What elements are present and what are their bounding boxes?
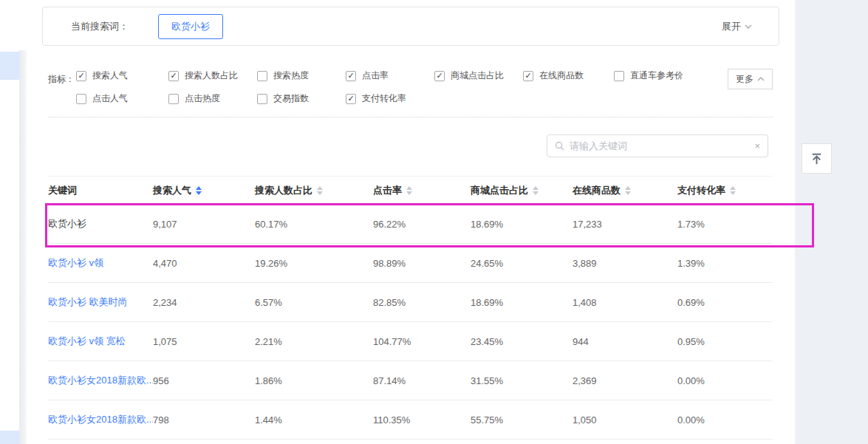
indicator-label: 点击人气 xyxy=(92,92,128,105)
indicator-checkbox-item[interactable]: ✓商城点击占比 xyxy=(434,69,523,82)
expand-toggle[interactable]: 展开 xyxy=(722,20,752,33)
indicator-checkbox-grid: ✓搜索人气✓搜索人数占比搜索热度✓点击率✓商城点击占比✓在线商品数直通车参考价点… xyxy=(76,69,726,105)
checkbox-unchecked-icon[interactable] xyxy=(614,71,624,81)
metric-cell: 2,369 xyxy=(573,375,677,386)
keyword-link[interactable]: 欧货小衫 v领 宽松 xyxy=(48,335,153,348)
indicator-checkbox-item[interactable]: 点击热度 xyxy=(168,92,257,105)
search-icon xyxy=(555,141,564,151)
checkbox-unchecked-icon[interactable] xyxy=(168,94,179,104)
metric-cell: 19.26% xyxy=(255,258,373,269)
checkbox-unchecked-icon[interactable] xyxy=(257,94,267,104)
column-header-label: 商城点击占比 xyxy=(471,184,528,197)
left-sidebar-highlight-bottom xyxy=(0,431,19,444)
metric-cell: 98.89% xyxy=(373,258,471,269)
indicator-label: 搜索人数占比 xyxy=(185,69,238,82)
column-header-metric[interactable]: 支付转化率 xyxy=(677,184,773,197)
keyword-link[interactable]: 欧货小衫 v领 xyxy=(48,256,153,270)
indicator-checkbox-item[interactable]: 点击人气 xyxy=(76,92,168,105)
metric-cell: 104.77% xyxy=(373,336,471,347)
metric-cell: 798 xyxy=(153,414,255,426)
metric-cell: 0.95% xyxy=(677,336,773,347)
metric-cell: 18.69% xyxy=(471,219,573,230)
sort-caret-icon[interactable] xyxy=(406,186,412,195)
metric-cell: 2.21% xyxy=(255,336,373,347)
metric-cell: 956 xyxy=(153,375,255,386)
metric-cell: 1.73% xyxy=(677,219,773,230)
metric-cell: 6.57% xyxy=(255,297,373,308)
table-row: 欧货小衫女2018新款欧...7981.44%110.35%55.75%1,05… xyxy=(48,400,773,440)
checkbox-unchecked-icon[interactable] xyxy=(257,71,267,81)
metric-cell: 110.35% xyxy=(373,414,471,426)
indicator-label: 直通车参考价 xyxy=(630,69,683,82)
left-divider-shadow xyxy=(19,50,27,444)
metric-cell: 1.44% xyxy=(255,414,373,426)
metric-cell: 3,889 xyxy=(573,258,677,269)
chevron-down-icon xyxy=(745,23,752,30)
checkbox-checked-icon[interactable]: ✓ xyxy=(523,71,533,81)
more-button[interactable]: 更多 xyxy=(728,69,773,89)
table-row: 欧货小衫 欧美时尚2,2346.57%82.85%18.69%1,4080.69… xyxy=(48,283,773,322)
keyword-link[interactable]: 欧货小衫 欧美时尚 xyxy=(48,296,153,309)
metric-cell: 1.39% xyxy=(677,258,773,269)
back-to-top-button[interactable] xyxy=(802,143,832,174)
keyword-search-box: × xyxy=(547,134,768,157)
keyword-link[interactable]: 欧货小衫女2018新款欧... xyxy=(48,374,153,387)
current-search-term-card: 当前搜索词： 欧货小衫 展开 xyxy=(42,7,779,46)
column-header-label: 搜索人气 xyxy=(153,184,191,197)
metric-cell: 2,234 xyxy=(153,297,255,308)
keyword-search-input[interactable] xyxy=(570,140,749,151)
indicator-checkbox-item[interactable]: 直通车参考价 xyxy=(614,69,726,82)
column-header-metric[interactable]: 搜索人气 xyxy=(153,184,255,197)
sort-caret-icon[interactable] xyxy=(196,186,202,195)
indicator-checkbox-item[interactable]: 交易指数 xyxy=(257,92,346,105)
table-header-row: 关键词搜索人气搜索人数占比点击率商城点击占比在线商品数支付转化率 xyxy=(48,176,773,205)
sort-caret-icon[interactable] xyxy=(317,186,323,195)
column-header-metric[interactable]: 在线商品数 xyxy=(573,184,677,197)
metric-cell: 96.22% xyxy=(373,219,471,230)
column-header-keyword: 关键词 xyxy=(48,184,153,197)
column-header-metric[interactable]: 搜索人数占比 xyxy=(255,184,373,197)
metric-cell: 87.14% xyxy=(373,375,471,386)
indicator-checkbox-item[interactable]: ✓支付转化率 xyxy=(346,92,434,105)
keyword-link[interactable]: 欧货小衫女2018新款欧... xyxy=(48,413,153,426)
metric-cell: 1,050 xyxy=(573,414,677,426)
left-sidebar-highlight-top xyxy=(0,52,19,80)
clear-search-icon[interactable]: × xyxy=(754,141,760,151)
checkbox-checked-icon[interactable]: ✓ xyxy=(346,71,356,81)
sort-caret-icon[interactable] xyxy=(730,186,736,195)
sort-caret-icon[interactable] xyxy=(533,186,539,195)
current-term-button[interactable]: 欧货小衫 xyxy=(158,14,223,39)
metric-cell: 55.75% xyxy=(471,414,573,426)
metric-cell: 4,470 xyxy=(153,258,255,269)
screen: 当前搜索词： 欧货小衫 展开 指标： ✓搜索人气✓搜索人数占比搜索热度✓点击率✓… xyxy=(0,0,868,444)
keyword-text: 欧货小衫 xyxy=(48,217,153,230)
indicator-label: 搜索热度 xyxy=(273,69,309,82)
sort-caret-icon[interactable] xyxy=(625,186,631,195)
indicator-label: 交易指数 xyxy=(273,92,309,105)
metric-cell: 18.69% xyxy=(471,297,573,308)
column-header-metric[interactable]: 点击率 xyxy=(373,184,471,197)
table-row: 欧货小衫 v领 宽松1,0752.21%104.77%23.45%9440.95… xyxy=(48,322,773,361)
column-header-metric[interactable]: 商城点击占比 xyxy=(471,184,573,197)
indicator-checkbox-item[interactable]: ✓搜索人数占比 xyxy=(168,69,257,82)
column-header-label: 点击率 xyxy=(373,184,402,197)
indicator-checkbox-item[interactable]: ✓在线商品数 xyxy=(523,69,614,82)
checkbox-checked-icon[interactable]: ✓ xyxy=(168,71,179,81)
indicator-checkbox-item[interactable]: 搜索热度 xyxy=(257,69,346,82)
metric-cell: 1,075 xyxy=(153,336,255,347)
metric-cell: 31.55% xyxy=(471,375,573,386)
checkbox-checked-icon[interactable]: ✓ xyxy=(76,71,86,81)
metric-cell: 944 xyxy=(573,336,677,347)
metric-cell: 1,408 xyxy=(573,297,677,308)
more-label: 更多 xyxy=(736,73,753,86)
metric-cell: 0.00% xyxy=(677,414,773,426)
metric-cell: 82.85% xyxy=(373,297,471,308)
indicator-checkbox-item[interactable]: ✓点击率 xyxy=(346,69,434,82)
checkbox-unchecked-icon[interactable] xyxy=(76,94,86,104)
expand-label: 展开 xyxy=(722,20,741,33)
checkbox-checked-icon[interactable]: ✓ xyxy=(346,94,356,104)
dotted-separator xyxy=(48,117,773,117)
column-header-label: 关键词 xyxy=(48,184,77,197)
checkbox-checked-icon[interactable]: ✓ xyxy=(434,71,445,81)
indicator-checkbox-item[interactable]: ✓搜索人气 xyxy=(76,69,168,82)
